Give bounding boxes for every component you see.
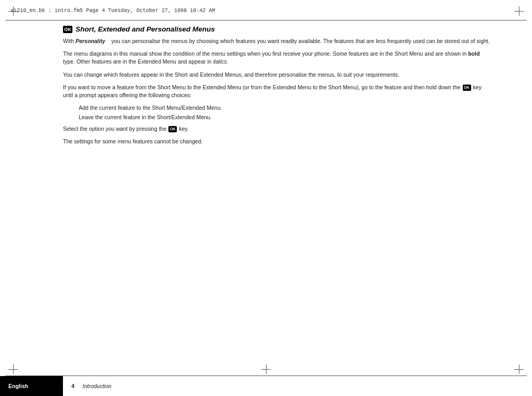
crosshair-top-right xyxy=(514,6,524,16)
closing-paragraph-2: The settings for some menu features cann… xyxy=(63,138,490,145)
ok-inline-1: OK xyxy=(463,85,471,91)
paragraph-1: With Personality you can personalise the… xyxy=(63,37,490,45)
footer: English 4 Introduction xyxy=(0,376,532,396)
paragraph-4: If you want to move a feature from the S… xyxy=(63,84,490,99)
crosshair-bottom-right xyxy=(514,364,524,374)
footer-chapter-label: Introduction xyxy=(75,383,112,389)
bold-text: bold xyxy=(468,50,480,57)
italic-text: italics xyxy=(213,58,227,65)
page: st210_en.bk : intro.fm5 Page 4 Tuesday, … xyxy=(0,0,532,396)
header-bar: st210_en.bk : intro.fm5 Page 4 Tuesday, … xyxy=(0,0,532,21)
section-title-text: Short, Extended and Personalised Menus xyxy=(76,25,215,33)
header-text: st210_en.bk : intro.fm5 Page 4 Tuesday, … xyxy=(10,8,215,14)
ok-icon-title: OK xyxy=(63,26,72,33)
paragraph-2: The menu diagrams in this manual show th… xyxy=(63,50,490,66)
closing-paragraph-1: Select the option you want by pressing t… xyxy=(63,125,490,133)
list-item-1: Add the current feature to the Short Men… xyxy=(63,104,490,112)
crosshair-bottom-left xyxy=(8,364,18,374)
border-top xyxy=(5,20,527,20)
paragraph-3: You can change which features appear in … xyxy=(63,71,490,79)
footer-page-number: 4 xyxy=(63,383,75,389)
section-title: OK Short, Extended and Personalised Menu… xyxy=(63,25,490,33)
personality-keyword: Personality xyxy=(76,38,105,44)
crosshair-top-left xyxy=(8,6,18,16)
ok-inline-2: OK xyxy=(168,126,177,132)
footer-language-label: English xyxy=(0,376,63,396)
main-content: OK Short, Extended and Personalised Menu… xyxy=(63,25,490,370)
list-item-2: Leave the current feature in the Short/E… xyxy=(63,113,490,122)
